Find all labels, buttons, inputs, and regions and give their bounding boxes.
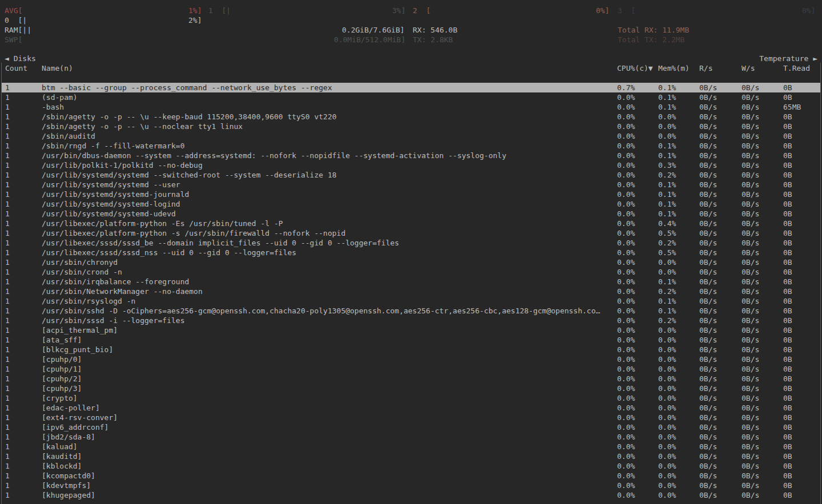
process-row[interactable]: 1 /usr/libexec/platform-python -s /usr/s… (2, 228, 820, 238)
process-row[interactable]: 1 [kcompactd0] 0.0% 0.0% 0B/s 0B/s 0B (2, 471, 820, 481)
ram-gauge-label: RAM[|| (5, 25, 31, 35)
process-row[interactable]: 1 [cpuhp/2] 0.0% 0.0% 0B/s 0B/s 0B (2, 374, 820, 384)
process-read-rate: 0B/s (699, 316, 717, 325)
process-mem-pct: 0.0% (658, 451, 676, 461)
process-row[interactable]: 1 [cpuhp/3] 0.0% 0.0% 0B/s 0B/s 0B (2, 384, 820, 393)
process-row[interactable]: 1 /usr/lib/systemd/systemd-journald 0.0%… (2, 189, 820, 199)
column-header-mem[interactable]: Mem%(m) (658, 63, 690, 73)
temperature-nav-right[interactable]: Temperature ► (759, 54, 817, 63)
process-cpu-pct: 0.0% (617, 306, 635, 316)
process-row[interactable]: 1 [cpuhp/0] 0.0% 0.0% 0B/s 0B/s 0B (2, 354, 820, 364)
process-name: [kdevtmpfs] (42, 481, 615, 490)
process-row[interactable]: 1 /usr/sbin/rsyslogd -n 0.0% 0.1% 0B/s 0… (2, 296, 820, 306)
process-count: 1 (5, 257, 10, 267)
process-row[interactable]: 1 [kauditd] 0.0% 0.0% 0B/s 0B/s 0B (2, 451, 820, 461)
process-row[interactable]: 1 /usr/sbin/sssd -i --logger=files 0.0% … (2, 316, 820, 325)
swap-usage-value: 0.0MiB/512.0MiB] (334, 35, 405, 45)
process-count: 1 (5, 306, 10, 316)
process-read-rate: 0B/s (699, 199, 717, 209)
process-row[interactable]: 1 /sbin/agetty -o -p -- \u --keep-baud 1… (2, 112, 820, 122)
process-row[interactable]: 1 (sd-pam) 0.0% 0.1% 0B/s 0B/s 0B (2, 92, 820, 102)
process-name: /sbin/auditd (42, 131, 615, 141)
process-write-rate: 0B/s (742, 393, 759, 403)
column-header-count[interactable]: Count (5, 63, 27, 73)
column-header-read-per-sec[interactable]: R/s (699, 63, 712, 73)
cpu3-label: 3 [ (618, 6, 635, 15)
process-row[interactable]: 1 /sbin/agetty -o -p -- \u --noclear tty… (2, 122, 820, 131)
process-row[interactable]: 1 [ata_sff] 0.0% 0.0% 0B/s 0B/s 0B (2, 335, 820, 345)
process-name: /usr/sbin/sssd -i --logger=files (42, 316, 615, 325)
process-name: -bash (42, 102, 615, 112)
process-row[interactable]: 1 [acpi_thermal_pm] 0.0% 0.0% 0B/s 0B/s … (2, 325, 820, 335)
process-mem-pct: 0.0% (658, 403, 676, 413)
process-total-read: 0B (783, 180, 792, 189)
process-name: /usr/lib/systemd/systemd-udevd (42, 209, 615, 219)
process-row[interactable]: 1 /usr/libexec/platform-python -Es /usr/… (2, 219, 820, 228)
column-header-name[interactable]: Name(n) (42, 63, 615, 73)
header-spacer (2, 73, 820, 83)
column-header-cpu[interactable]: CPU%(c)▼ (617, 63, 653, 73)
process-read-rate: 0B/s (699, 238, 717, 248)
process-row[interactable]: 1 /usr/sbin/irqbalance --foreground 0.0%… (2, 277, 820, 287)
process-row[interactable]: 1 /usr/lib/systemd/systemd --user 0.0% 0… (2, 180, 820, 189)
process-mem-pct: 0.0% (658, 442, 676, 451)
process-name: [khugepaged] (42, 490, 615, 500)
process-row[interactable]: 1 btm --basic --group --process_command … (2, 83, 820, 92)
process-row[interactable]: 1 [khugepaged] 0.0% 0.0% 0B/s 0B/s 0B (2, 490, 820, 500)
disks-nav-left[interactable]: ◄ Disks (5, 54, 36, 63)
process-row[interactable]: 1 [ext4-rsv-conver] 0.0% 0.0% 0B/s 0B/s … (2, 413, 820, 422)
process-name: /usr/lib/systemd/systemd --user (42, 180, 615, 189)
process-cpu-pct: 0.0% (617, 277, 635, 287)
process-read-rate: 0B/s (699, 122, 717, 131)
process-row[interactable]: 1 /sbin/rngd -f --fill-watermark=0 0.0% … (2, 141, 820, 151)
process-row[interactable]: 1 /usr/bin/dbus-daemon --system --addres… (2, 151, 820, 160)
process-cpu-pct: 0.0% (617, 209, 635, 219)
process-row[interactable]: 1 [kdevtmpfs] 0.0% 0.0% 0B/s 0B/s 0B (2, 481, 820, 490)
process-count: 1 (5, 83, 10, 92)
process-count: 1 (5, 325, 10, 335)
process-row[interactable]: 1 /usr/sbin/sshd -D -oCiphers=aes256-gcm… (2, 306, 820, 316)
process-mem-pct: 0.5% (658, 248, 676, 257)
process-name: /usr/sbin/rsyslogd -n (42, 296, 615, 306)
process-total-read: 0B (783, 199, 792, 209)
process-row[interactable]: 1 /usr/libexec/sssd/sssd_nss --uid 0 --g… (2, 248, 820, 257)
column-header-write-per-sec[interactable]: W/s (742, 63, 755, 73)
process-row[interactable]: 1 /usr/sbin/chronyd 0.0% 0.0% 0B/s 0B/s … (2, 257, 820, 267)
process-read-rate: 0B/s (699, 170, 717, 180)
process-mem-pct: 0.0% (658, 364, 676, 374)
process-row[interactable]: 1 [kblockd] 0.0% 0.0% 0B/s 0B/s 0B (2, 461, 820, 471)
process-write-rate: 0B/s (742, 122, 759, 131)
process-row[interactable]: 1 /usr/sbin/crond -n 0.0% 0.0% 0B/s 0B/s… (2, 267, 820, 277)
process-read-rate: 0B/s (699, 92, 717, 102)
process-count: 1 (5, 180, 10, 189)
process-row[interactable]: 1 [ipv6_addrconf] 0.0% 0.0% 0B/s 0B/s 0B (2, 422, 820, 432)
process-name: [cpuhp/1] (42, 364, 615, 374)
process-row[interactable]: 1 /usr/lib/systemd/systemd-logind 0.0% 0… (2, 199, 820, 209)
process-row[interactable]: 1 [kaluad] 0.0% 0.0% 0B/s 0B/s 0B (2, 442, 820, 451)
process-row[interactable]: 1 /usr/lib/polkit-1/polkitd --no-debug 0… (2, 160, 820, 170)
process-row[interactable]: 1 [cpuhp/1] 0.0% 0.0% 0B/s 0B/s 0B (2, 364, 820, 374)
process-row[interactable]: 1 /sbin/auditd 0.0% 0.0% 0B/s 0B/s 0B (2, 131, 820, 141)
process-write-rate: 0B/s (742, 83, 759, 92)
process-row[interactable]: 1 [blkcg_punt_bio] 0.0% 0.0% 0B/s 0B/s 0… (2, 345, 820, 354)
process-mem-pct: 0.2% (658, 170, 676, 180)
process-table-body: 1 btm --basic --group --process_command … (2, 83, 820, 500)
process-row[interactable]: 1 [edac-poller] 0.0% 0.0% 0B/s 0B/s 0B (2, 403, 820, 413)
process-read-rate: 0B/s (699, 267, 717, 277)
process-row[interactable]: 1 -bash 0.0% 0.1% 0B/s 0B/s 65MB (2, 102, 820, 112)
column-header-total-read[interactable]: T.Read (783, 63, 810, 73)
process-write-rate: 0B/s (742, 228, 759, 238)
process-row[interactable]: 1 /usr/libexec/sssd/sssd_be --domain imp… (2, 238, 820, 248)
process-cpu-pct: 0.7% (617, 83, 635, 92)
swap-gauge-label: SWP[ (5, 35, 22, 45)
process-row[interactable]: 1 /usr/lib/systemd/systemd-udevd 0.0% 0.… (2, 209, 820, 219)
process-mem-pct: 0.1% (658, 102, 676, 112)
process-cpu-pct: 0.0% (617, 122, 635, 131)
process-name: /usr/sbin/chronyd (42, 257, 615, 267)
process-row[interactable]: 1 /usr/lib/systemd/systemd --switched-ro… (2, 170, 820, 180)
process-count: 1 (5, 151, 10, 160)
process-row[interactable]: 1 [crypto] 0.0% 0.0% 0B/s 0B/s 0B (2, 393, 820, 403)
process-row[interactable]: 1 [jbd2/sda-8] 0.0% 0.0% 0B/s 0B/s 0B (2, 432, 820, 442)
process-write-rate: 0B/s (742, 422, 759, 432)
process-row[interactable]: 1 /usr/sbin/NetworkManager --no-daemon 0… (2, 287, 820, 296)
